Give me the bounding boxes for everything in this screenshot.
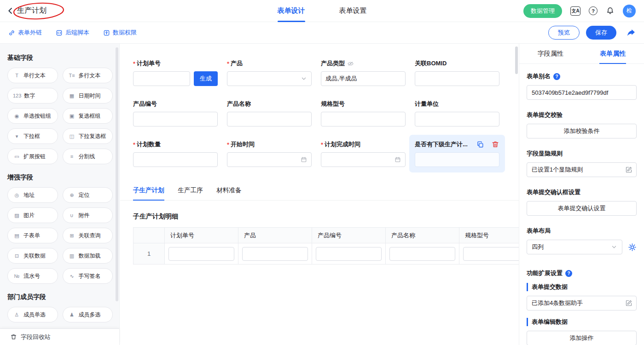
tab-form-settings-label: 表单设置 <box>339 6 367 15</box>
data-permission-link[interactable]: 数据权限 <box>103 29 137 37</box>
edit-icon[interactable] <box>625 166 632 173</box>
question-icon[interactable]: ? <box>553 73 560 80</box>
back-icon[interactable] <box>6 7 14 15</box>
table-row: 1 <box>133 243 519 264</box>
has-sub-plan-input[interactable] <box>415 152 499 167</box>
field-type-attachment[interactable]: ∪附件 <box>63 207 113 223</box>
help-icon[interactable]: ? <box>589 6 598 15</box>
edit-icon[interactable] <box>625 299 632 307</box>
bom-id-input[interactable] <box>415 71 499 86</box>
field-type-radio-group[interactable]: ◉单选按钮组 <box>7 108 58 124</box>
field-type-extend-button[interactable]: ▭扩展按钮 <box>7 149 58 164</box>
share-icon[interactable] <box>627 28 636 37</box>
field-product-code[interactable]: 产品编号 <box>133 100 218 126</box>
field-type-checkbox-group[interactable]: ▣复选框组 <box>63 108 113 124</box>
field-type-member-single[interactable]: ♙成员单选 <box>7 307 58 322</box>
start-time-input[interactable] <box>227 152 312 167</box>
unit-input[interactable] <box>415 112 499 126</box>
field-type-divider[interactable]: ≡分割线 <box>63 149 113 164</box>
translate-icon[interactable]: 文A <box>570 6 580 16</box>
field-type-image[interactable]: ▨图片 <box>7 207 58 223</box>
field-bom-id[interactable]: 关联BOMID <box>415 59 499 86</box>
cell-input-spec-model[interactable] <box>463 247 519 261</box>
product-code-input[interactable] <box>133 112 218 126</box>
data-manage-button[interactable]: 数据管理 <box>523 4 562 18</box>
field-type-dropdown-multi[interactable]: ◫下拉复选框 <box>63 128 113 144</box>
cell-input-product-code[interactable] <box>316 247 382 261</box>
gear-icon[interactable] <box>628 243 637 252</box>
field-type-signature[interactable]: ∿手写签名 <box>63 268 113 284</box>
serial-number-icon: № <box>13 273 21 279</box>
tab-form-settings[interactable]: 表单设置 <box>339 0 367 22</box>
finish-time-input[interactable] <box>321 152 406 167</box>
field-type-data-load[interactable]: ▥数据加载 <box>63 248 113 264</box>
tab-material-prep[interactable]: 材料准备 <box>217 186 242 200</box>
plan-qty-input[interactable] <box>133 152 218 167</box>
field-type-datetime[interactable]: ▦日期时间 <box>63 88 113 104</box>
save-button[interactable]: 保存 <box>586 26 616 40</box>
form-alias-input[interactable]: 5037409b571e2aed9f7799df <box>527 85 637 100</box>
product-type-input[interactable]: 成品,半成品 <box>321 71 406 86</box>
field-plan-qty[interactable]: *计划数量 <box>133 140 218 167</box>
copy-icon[interactable] <box>476 141 484 149</box>
field-spec-model[interactable]: 规格型号 <box>321 100 406 126</box>
sidebar-scrollbar-thumb[interactable] <box>116 47 118 301</box>
tab-field-properties[interactable]: 字段属性 <box>519 44 582 63</box>
column-header: 计划单号 <box>165 228 238 243</box>
backend-script-link[interactable]: 后端脚本 <box>56 29 89 37</box>
field-type-relation-data[interactable]: ⊡关联数据 <box>7 248 58 264</box>
tab-form-design[interactable]: 表单设计 <box>278 0 305 22</box>
submit-validation-label: 表单提交校验 <box>527 111 637 119</box>
field-finish-time[interactable]: *计划完成时间 <box>321 140 406 167</box>
canvas-scrollbar-thumb[interactable] <box>515 46 518 74</box>
field-recycle-bin[interactable]: 字段回收站 <box>0 328 119 345</box>
question-icon[interactable]: ? <box>565 270 572 277</box>
preview-button[interactable]: 预览 <box>548 26 580 40</box>
field-type-multi-line-text[interactable]: T≡多行文本 <box>63 68 113 83</box>
plan-no-input[interactable] <box>133 71 190 86</box>
submit-data-box[interactable]: 已添加4条数据助手 <box>527 296 637 310</box>
tab-production-process[interactable]: 生产工序 <box>178 186 203 200</box>
cell-input-plan-no[interactable] <box>168 247 234 261</box>
tab-sub-production-plan[interactable]: 子生产计划 <box>133 186 164 200</box>
field-type-serial-number[interactable]: №流水号 <box>7 268 58 284</box>
trash-icon[interactable] <box>491 140 499 149</box>
add-validation-button[interactable]: 添加校验条件 <box>527 124 637 138</box>
avatar[interactable]: 检 <box>623 5 636 17</box>
recycle-icon <box>10 334 17 340</box>
field-unit[interactable]: 计量单位 <box>415 100 499 126</box>
field-type-location[interactable]: ⊕定位 <box>63 187 113 203</box>
field-type-number[interactable]: 123数字 <box>7 88 58 104</box>
layout-select[interactable]: 四列 <box>527 240 622 254</box>
field-has-sub-plan[interactable]: 是否有下级生产计... <box>415 140 499 167</box>
generate-button[interactable]: 生成 <box>194 71 218 86</box>
field-type-address[interactable]: ◎地址 <box>7 187 58 203</box>
subtable-title: 子生产计划明细 <box>133 213 519 221</box>
product-name-input[interactable] <box>227 112 312 126</box>
field-start-time[interactable]: *开始时间 <box>227 140 312 167</box>
member-multi-icon: ♟ <box>68 312 76 318</box>
field-product[interactable]: *产品 <box>227 59 312 86</box>
field-product-name[interactable]: 产品名称 <box>227 100 312 126</box>
field-plan-no[interactable]: *计划单号 生成 <box>133 59 218 86</box>
backend-script-label: 后端脚本 <box>65 29 89 37</box>
tab-form-properties[interactable]: 表单属性 <box>582 44 644 63</box>
product-select[interactable] <box>227 71 312 86</box>
spec-model-input[interactable] <box>321 112 406 126</box>
field-type-member-multi[interactable]: ♟成员多选 <box>63 307 113 322</box>
confirm-box-button[interactable]: 表单提交确认设置 <box>527 201 637 216</box>
basic-fields-grid: T单行文本 T≡多行文本 123数字 ▦日期时间 ◉单选按钮组 ▣复选框组 ▾下… <box>7 68 113 164</box>
bell-icon[interactable] <box>606 6 615 15</box>
column-header: 产品名称 <box>386 228 459 243</box>
add-action-button[interactable]: 添加操作 <box>527 331 637 345</box>
field-type-single-line-text[interactable]: T单行文本 <box>7 68 58 83</box>
cell-input-product-name[interactable] <box>389 247 455 261</box>
field-type-subform[interactable]: ▤子表单 <box>7 228 58 243</box>
field-product-type[interactable]: 产品类型 成品,半成品 <box>321 59 406 86</box>
field-type-dropdown[interactable]: ▾下拉框 <box>7 128 58 144</box>
detail-tabs: 子生产计划 生产工序 材料准备 <box>120 186 519 201</box>
cell-input-product[interactable] <box>242 247 308 261</box>
visibility-rules-box[interactable]: 已设置1个显隐规则 <box>527 162 637 177</box>
form-external-link[interactable]: 表单外链 <box>8 29 42 37</box>
field-type-relation-query[interactable]: ⊞关联查询 <box>63 228 113 243</box>
